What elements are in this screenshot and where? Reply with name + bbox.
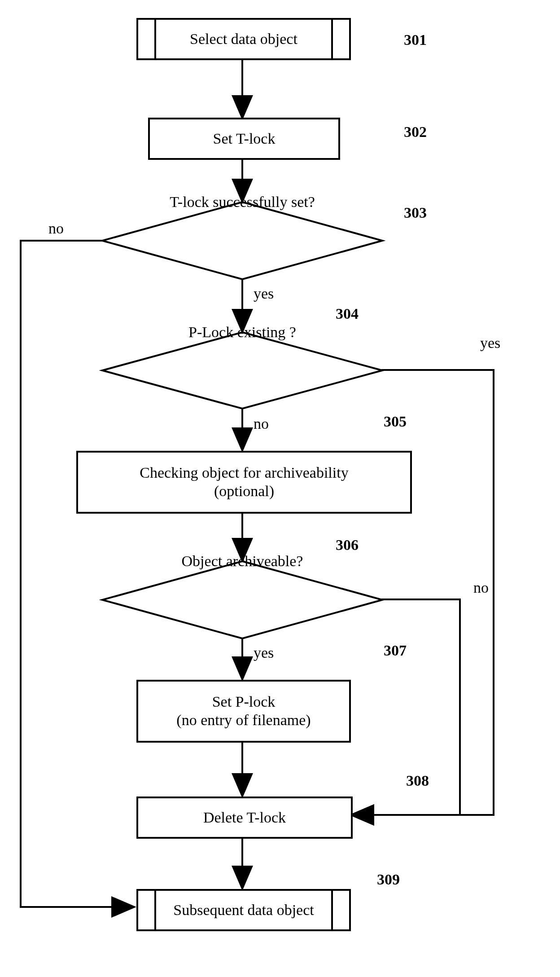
node-subsequent-data-object: Subsequent data object [136,889,351,931]
node-set-t-lock: Set T-lock [148,118,340,160]
edge-label-yes: yes [254,644,274,661]
step-label-307: 307 [384,642,407,659]
node-text: Set T-lock [213,130,276,148]
edge-label-yes: yes [480,334,500,352]
node-check-archiveability: Checking object for archiveability (opti… [76,451,412,514]
step-label-306: 306 [336,537,359,554]
node-select-data-object: Select data object [136,18,351,60]
edge-label-no: no [48,220,64,237]
edge-label-no: no [473,579,489,596]
flowchart-canvas: Select data object 301 Set T-lock 302 T-… [0,0,560,977]
step-label-303: 303 [404,204,427,221]
node-text-line1: Checking object for archiveability [140,464,348,482]
node-text: Object archiveable? [182,553,303,570]
node-delete-t-lock: Delete T-lock [136,797,353,839]
node-text: P-Lock existing ? [188,324,296,341]
svg-marker-9 [102,332,382,409]
step-label-305: 305 [384,413,407,430]
node-text-line2: (optional) [214,482,274,501]
node-text: Select data object [190,30,298,48]
node-text: Delete T-lock [203,809,286,827]
node-set-p-lock: Set P-lock (no entry of filename) [136,680,351,743]
step-label-302: 302 [404,123,427,141]
node-text: T-lock successfully set? [170,194,315,211]
node-text-line2: (no entry of filename) [176,711,311,730]
step-label-309: 309 [377,871,400,888]
svg-marker-8 [102,202,382,279]
node-text: Subsequent data object [173,901,314,920]
edge-label-no: no [254,415,269,432]
node-text-line1: Set P-lock [212,693,276,711]
edge-label-yes: yes [254,285,274,302]
step-label-308: 308 [406,772,429,789]
step-label-301: 301 [404,31,427,48]
svg-marker-10 [102,561,382,638]
step-label-304: 304 [336,305,359,322]
